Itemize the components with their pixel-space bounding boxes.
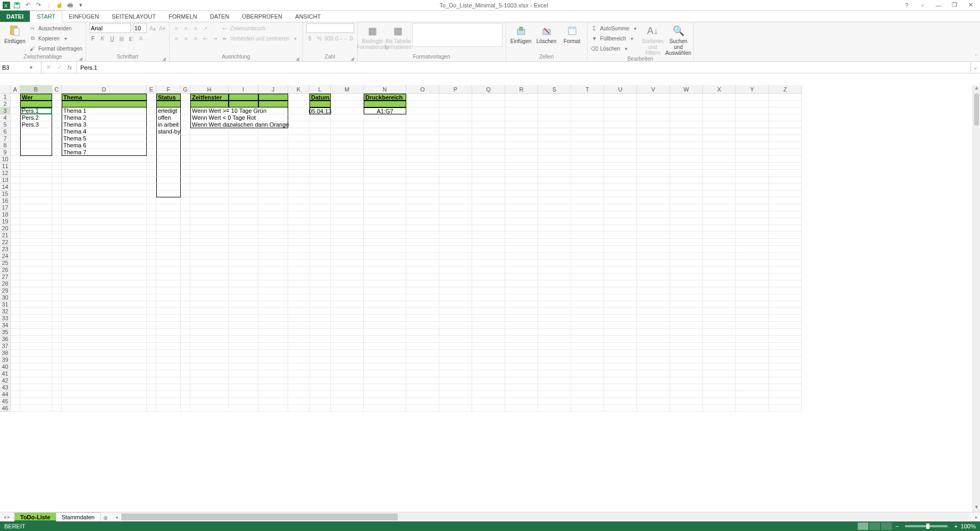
- cell[interactable]: [181, 398, 190, 405]
- cell[interactable]: [52, 121, 62, 128]
- row-header[interactable]: 5: [0, 121, 11, 128]
- cell[interactable]: [406, 156, 439, 163]
- cell[interactable]: [190, 253, 229, 260]
- cell[interactable]: [309, 405, 331, 412]
- cell[interactable]: [505, 211, 538, 218]
- cell[interactable]: [505, 101, 538, 107]
- cell[interactable]: [364, 197, 406, 204]
- scroll-left-icon[interactable]: ◂: [113, 512, 120, 521]
- cell[interactable]: [670, 384, 703, 391]
- cell[interactable]: [229, 142, 258, 149]
- cell[interactable]: [229, 329, 258, 336]
- cell[interactable]: [258, 128, 288, 135]
- cell[interactable]: [364, 204, 406, 211]
- cell[interactable]: [52, 190, 62, 197]
- cell[interactable]: [406, 405, 439, 412]
- cell[interactable]: [309, 204, 331, 211]
- chevron-down-icon[interactable]: ▼: [29, 65, 33, 70]
- column-header[interactable]: B: [20, 85, 52, 94]
- cell[interactable]: [538, 121, 571, 128]
- chevron-down-icon[interactable]: ▾: [62, 35, 69, 42]
- cell[interactable]: [637, 329, 670, 336]
- cell[interactable]: [147, 190, 156, 197]
- cell[interactable]: [703, 350, 736, 356]
- tab-file[interactable]: DATEI: [0, 11, 30, 22]
- cell[interactable]: [637, 350, 670, 356]
- cell[interactable]: [258, 225, 288, 232]
- cell[interactable]: [604, 177, 637, 184]
- cell[interactable]: [406, 363, 439, 370]
- insert-cells-button[interactable]: Einfügen: [509, 23, 533, 44]
- cell[interactable]: [11, 101, 20, 107]
- cell[interactable]: [505, 218, 538, 225]
- cell[interactable]: [52, 211, 62, 218]
- column-header[interactable]: L: [309, 85, 331, 94]
- cell[interactable]: [62, 204, 147, 211]
- cell[interactable]: [52, 114, 62, 121]
- cell[interactable]: [52, 149, 62, 156]
- cell[interactable]: [190, 211, 229, 218]
- cell[interactable]: [505, 260, 538, 267]
- cell[interactable]: [505, 356, 538, 363]
- underline-button[interactable]: U: [108, 35, 116, 42]
- cell[interactable]: [147, 246, 156, 253]
- cell[interactable]: [364, 177, 406, 184]
- cell[interactable]: [181, 163, 190, 170]
- cell[interactable]: [331, 308, 364, 315]
- cell[interactable]: [604, 322, 637, 329]
- cell[interactable]: [637, 267, 670, 273]
- cell[interactable]: [331, 287, 364, 294]
- cell[interactable]: [736, 239, 769, 246]
- cell[interactable]: [147, 391, 156, 398]
- cell[interactable]: [229, 156, 258, 163]
- cell[interactable]: [736, 343, 769, 350]
- cell[interactable]: [181, 280, 190, 287]
- cell[interactable]: [156, 343, 181, 350]
- row-header[interactable]: 37: [0, 343, 11, 350]
- cell[interactable]: [52, 287, 62, 294]
- cell[interactable]: [190, 391, 229, 398]
- cell[interactable]: Datum: [309, 94, 331, 101]
- cell[interactable]: [703, 94, 736, 101]
- cell[interactable]: [258, 294, 288, 301]
- cell[interactable]: [472, 149, 505, 156]
- add-sheet-icon[interactable]: ⊕: [100, 515, 111, 521]
- cell[interactable]: [703, 315, 736, 322]
- cell[interactable]: [62, 184, 147, 190]
- cell[interactable]: [637, 107, 670, 114]
- cell[interactable]: [703, 177, 736, 184]
- cell[interactable]: [258, 246, 288, 253]
- cell[interactable]: [364, 377, 406, 384]
- cell[interactable]: [190, 405, 229, 412]
- cell[interactable]: [406, 356, 439, 363]
- cell[interactable]: [604, 239, 637, 246]
- cell[interactable]: [52, 170, 62, 177]
- row-header[interactable]: 14: [0, 184, 11, 190]
- cell[interactable]: [472, 308, 505, 315]
- cell[interactable]: [309, 163, 331, 170]
- cell[interactable]: [439, 246, 472, 253]
- cell[interactable]: [331, 356, 364, 363]
- cell[interactable]: [637, 370, 670, 377]
- cell[interactable]: [571, 184, 604, 190]
- cell[interactable]: [156, 329, 181, 336]
- cell[interactable]: [472, 246, 505, 253]
- cell[interactable]: [439, 350, 472, 356]
- cell[interactable]: [147, 287, 156, 294]
- cell[interactable]: [331, 343, 364, 350]
- cell[interactable]: [538, 294, 571, 301]
- cell[interactable]: [604, 253, 637, 260]
- cell[interactable]: [331, 94, 364, 101]
- cell[interactable]: [364, 322, 406, 329]
- cell[interactable]: [538, 391, 571, 398]
- cell[interactable]: [736, 329, 769, 336]
- cell[interactable]: [769, 322, 802, 329]
- cell[interactable]: [505, 190, 538, 197]
- cell[interactable]: [670, 273, 703, 280]
- cell[interactable]: [364, 170, 406, 177]
- cell[interactable]: [309, 114, 331, 121]
- cell[interactable]: [406, 308, 439, 315]
- dec-decimal-icon[interactable]: ←.0: [345, 35, 352, 42]
- cell[interactable]: [331, 301, 364, 308]
- cell[interactable]: [637, 260, 670, 267]
